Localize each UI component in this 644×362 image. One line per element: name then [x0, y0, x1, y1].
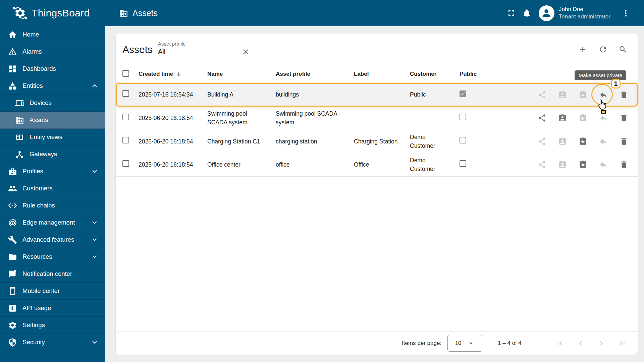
sort-descending-icon	[173, 71, 182, 77]
filter-label: Asset profile	[158, 41, 250, 47]
cell-asset-profile: buildings	[276, 90, 354, 99]
app-logo[interactable]: ThingsBoard	[0, 5, 105, 21]
column-header-customer[interactable]: Customer	[410, 71, 460, 77]
row-checkbox[interactable]	[122, 90, 129, 97]
sidebar-nav: Home Alarms Dashboards Entities Devices …	[0, 26, 105, 351]
cell-customer: Demo Customer	[410, 133, 460, 150]
select-all-checkbox[interactable]	[122, 70, 129, 77]
assign-to-customer-button	[556, 135, 569, 148]
refresh-button[interactable]	[596, 43, 609, 56]
user-role: Tenant administrator	[559, 13, 610, 20]
sidebar-item-entity-views[interactable]: Entity views	[0, 129, 105, 146]
sidebar-item-label: Edge management	[22, 219, 90, 226]
unassign-from-customer-button	[576, 111, 590, 125]
delete-asset-button[interactable]	[617, 88, 631, 102]
search-button[interactable]	[616, 43, 630, 56]
user-avatar[interactable]	[539, 5, 554, 21]
items-per-page-select[interactable]: 10	[447, 335, 482, 352]
row-checkbox[interactable]	[122, 137, 129, 143]
cell-created-time: 2025-07-16 16:54:34	[139, 90, 207, 99]
sidebar-item-rule-chains[interactable]: Rule chains	[0, 197, 105, 214]
folder-icon	[8, 252, 17, 261]
sidebar-item-security[interactable]: Security	[0, 334, 105, 351]
table-row[interactable]: 2025-06-20 16:18:54 Swimming pool SCADA …	[116, 107, 638, 130]
delete-asset-button[interactable]	[617, 158, 631, 171]
unassign-from-customer-button[interactable]	[576, 135, 590, 148]
sidebar-item-alarms[interactable]: Alarms	[0, 43, 105, 60]
sidebar-item-resources[interactable]: Resources	[0, 248, 105, 265]
build-icon	[8, 235, 17, 244]
cursor-pointer-icon	[597, 99, 607, 111]
delete-asset-button[interactable]	[617, 135, 631, 148]
public-checkbox	[460, 137, 466, 143]
sidebar-item-assets[interactable]: Assets	[0, 112, 105, 129]
sidebar-item-customers[interactable]: Customers	[0, 180, 105, 197]
sidebar-item-profiles[interactable]: Profiles	[0, 163, 105, 180]
make-asset-public-button[interactable]	[535, 111, 549, 125]
unassign-from-customer-button[interactable]	[576, 158, 590, 171]
sidebar-item-label: Assets	[30, 116, 99, 124]
sidebar-item-edge-management[interactable]: Edge management	[0, 214, 105, 231]
column-header-name[interactable]: Name	[207, 71, 276, 77]
column-header-public[interactable]: Public	[460, 71, 535, 77]
sidebar-item-api-usage[interactable]: API usage	[0, 300, 105, 317]
insert_chart-icon	[8, 304, 17, 313]
top-header: ThingsBoard Assets John Doe Tenant admin…	[0, 0, 644, 26]
clear-filter-button[interactable]	[241, 48, 250, 56]
filter-value: All	[158, 48, 165, 56]
sidebar-item-label: Security	[22, 339, 90, 346]
settings_ethernet-icon	[8, 201, 17, 210]
more-menu-button[interactable]	[618, 5, 633, 21]
sidebar-item-dashboards[interactable]: Dashboards	[0, 60, 105, 77]
fullscreen-button[interactable]	[504, 5, 519, 21]
chevron-down-icon	[90, 167, 99, 176]
first-page-button	[553, 337, 567, 350]
row-checkbox[interactable]	[122, 114, 129, 120]
card-title: Assets	[122, 44, 153, 55]
sidebar-item-settings[interactable]: Settings	[0, 317, 105, 334]
warning-icon	[8, 47, 17, 56]
page-range: 1 – 4 of 4	[498, 340, 522, 347]
delete-asset-button[interactable]	[617, 111, 631, 125]
cell-label: Office	[354, 160, 410, 169]
sidebar-item-label: Home	[22, 31, 99, 38]
column-header-label[interactable]: Label	[354, 71, 410, 77]
next-page-button	[595, 337, 608, 350]
sidebar-item-mobile-center[interactable]: Mobile center	[0, 283, 105, 300]
sidebar-item-notification-center[interactable]: Notification center	[0, 265, 105, 283]
table-row[interactable]: 2025-06-20 16:18:54 Charging Station C1 …	[116, 130, 638, 154]
cell-asset-profile: office	[276, 160, 354, 169]
unassign-from-customer-button	[576, 88, 590, 102]
sidebar-item-label: Alarms	[22, 48, 99, 55]
cell-created-time: 2025-06-20 16:18:54	[139, 160, 207, 169]
asset-profile-filter[interactable]: Asset profile All	[158, 41, 250, 58]
sidebar-item-advanced-features[interactable]: Advanced features	[0, 231, 105, 248]
column-header-asset-profile[interactable]: Asset profile	[276, 71, 354, 77]
sidebar-item-entities[interactable]: Entities	[0, 77, 105, 95]
sidebar-item-gateways[interactable]: Gateways	[0, 146, 105, 163]
sidebar-item-devices[interactable]: Devices	[0, 95, 105, 112]
sidebar-item-label: Advanced features	[22, 236, 90, 243]
sidebar-item-label: Settings	[22, 321, 99, 329]
table-header: Created time Name Asset profile Label Cu…	[116, 65, 638, 83]
make-asset-private-button	[597, 135, 610, 148]
cell-created-time: 2025-06-20 16:18:54	[139, 114, 207, 122]
page-header: Assets	[119, 8, 158, 18]
last-page-button	[615, 337, 629, 350]
sidebar-item-home[interactable]: Home	[0, 26, 105, 43]
table-row[interactable]: 2025-07-16 16:54:34 Building A buildings…	[116, 83, 638, 107]
notifications-button[interactable]	[519, 5, 535, 21]
paginator: Items per page: 10 1 – 4 of 4	[116, 331, 638, 355]
dropdown-arrow-icon	[467, 339, 475, 347]
add-asset-button[interactable]	[576, 43, 589, 56]
user-info: John Doe Tenant administrator	[559, 6, 610, 20]
table-row[interactable]: 2025-06-20 16:18:54 Office center office…	[116, 153, 638, 177]
badge-icon	[8, 167, 17, 176]
chevron-down-icon	[90, 235, 99, 244]
row-checkbox[interactable]	[122, 160, 129, 167]
page-title: Assets	[132, 8, 158, 18]
column-header-created-time[interactable]: Created time	[139, 71, 207, 77]
step-badge: 1	[611, 79, 621, 88]
prev-page-button	[574, 337, 587, 350]
assign-to-customer-button[interactable]	[556, 111, 569, 125]
